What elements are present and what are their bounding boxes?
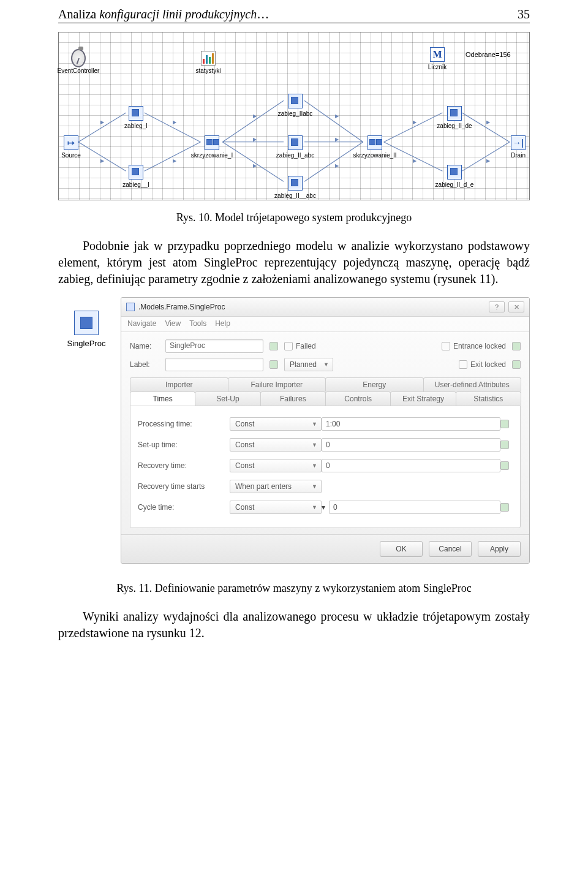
svg-line-0 — [78, 113, 126, 142]
singleproc-atom: SingleProc — [58, 297, 115, 348]
svg-line-9 — [304, 142, 363, 182]
help-button[interactable]: ? — [489, 301, 505, 312]
proc-icon-large — [74, 311, 99, 335]
toggle-setup[interactable] — [500, 441, 509, 449]
combo-cycle[interactable]: Const▼ — [230, 501, 322, 514]
svg-line-4 — [222, 100, 284, 142]
combo-recovery-start[interactable]: When part enters▼ — [230, 480, 322, 493]
label-recovery: Recovery time: — [138, 461, 230, 470]
input-cycle[interactable]: 0 — [329, 501, 500, 514]
combo-processing[interactable]: Const▼ — [230, 417, 322, 431]
dialog-icon — [126, 303, 135, 311]
tab-energy[interactable]: Energy — [325, 377, 424, 392]
toggle-entrance[interactable] — [512, 342, 521, 350]
svg-line-7 — [304, 100, 363, 142]
svg-line-13 — [462, 142, 510, 172]
fig11: SingleProc .Models.Frame.SingleProc ? ✕ … — [58, 297, 530, 564]
toggle-exit[interactable] — [512, 360, 521, 369]
fig10-diagram: ▶ ▶ ▶ ▶ ▶ ▶ ▶ ▶ ▶ ▶ ▶ ▶ ▶ ▶ EventControl… — [58, 32, 530, 200]
tab-failures[interactable]: Failures — [260, 392, 326, 406]
svg-text:▶: ▶ — [173, 119, 177, 125]
tab-user-attributes[interactable]: User-defined Attributes — [423, 377, 522, 392]
dialog-menubar: Navigate View Tools Help — [121, 317, 529, 332]
svg-text:▶: ▶ — [253, 113, 257, 119]
input-setup[interactable]: 0 — [322, 438, 500, 452]
svg-line-1 — [78, 142, 126, 172]
tab-exit-strategy[interactable]: Exit Strategy — [390, 392, 456, 406]
svg-line-12 — [462, 113, 510, 142]
label-processing: Processing time: — [138, 420, 230, 428]
toggle-cycle[interactable] — [500, 503, 509, 512]
fig11-caption: Rys. 11. Definiowanie parametrów maszyny… — [58, 582, 530, 595]
toggle-processing[interactable] — [500, 420, 509, 428]
input-processing[interactable]: 1:00 — [322, 417, 500, 431]
ok-button[interactable]: OK — [380, 541, 423, 557]
menu-tools[interactable]: Tools — [189, 319, 206, 328]
input-name[interactable]: SingleProc — [165, 339, 263, 353]
diagram-wires: ▶ ▶ ▶ ▶ ▶ ▶ ▶ ▶ ▶ ▶ ▶ ▶ ▶ ▶ — [59, 32, 529, 200]
paragraph-2: Wyniki analizy wydajności dla analizowan… — [58, 608, 530, 641]
fig10-caption: Rys. 10. Model trójetapowego system prod… — [58, 211, 530, 224]
toggle-recovery[interactable] — [500, 461, 509, 470]
svg-text:▶: ▶ — [486, 158, 491, 164]
svg-line-3 — [145, 142, 201, 172]
tab-importer[interactable]: Importer — [130, 377, 228, 392]
svg-line-2 — [145, 113, 201, 142]
checkbox-exit[interactable] — [459, 360, 467, 369]
menu-help[interactable]: Help — [215, 319, 230, 328]
input-label[interactable] — [165, 358, 263, 371]
svg-text:▶: ▶ — [100, 119, 105, 125]
svg-text:▶: ▶ — [335, 137, 339, 142]
svg-line-11 — [384, 142, 443, 172]
page-number: 35 — [518, 7, 530, 21]
singleproc-dialog: .Models.Frame.SingleProc ? ✕ Navigate Vi… — [121, 297, 530, 564]
svg-text:▶: ▶ — [335, 163, 339, 168]
svg-text:▶: ▶ — [253, 163, 257, 168]
svg-text:▶: ▶ — [173, 158, 177, 164]
paragraph-1: Podobnie jak w przypadku poprzedniego mo… — [58, 238, 530, 287]
svg-line-10 — [384, 113, 443, 142]
svg-text:▶: ▶ — [413, 119, 417, 125]
label-cycle: Cycle time: — [138, 503, 230, 512]
svg-text:▶: ▶ — [335, 113, 339, 119]
running-title: Analiza konfiguracji linii produkcyjnych… — [58, 7, 269, 21]
dialog-titlebar: .Models.Frame.SingleProc ? ✕ — [121, 298, 529, 317]
svg-text:▶: ▶ — [486, 119, 491, 125]
input-recovery[interactable]: 0 — [322, 459, 500, 472]
label-recovery-start: Recovery time starts — [138, 482, 230, 491]
apply-button[interactable]: Apply — [478, 541, 521, 557]
toggle-label[interactable] — [270, 360, 278, 369]
tab-failure-importer[interactable]: Failure Importer — [228, 377, 326, 392]
close-button[interactable]: ✕ — [508, 301, 524, 312]
checkbox-failed[interactable] — [284, 342, 293, 350]
dialog-title-text: .Models.Frame.SingleProc — [138, 303, 225, 311]
label-label: Label: — [130, 360, 159, 369]
tab-pane-times: Processing time: Const▼ 1:00 Set-up time… — [130, 406, 521, 528]
tab-setup[interactable]: Set-Up — [195, 392, 260, 406]
menu-navigate[interactable]: Navigate — [127, 319, 156, 328]
combo-planned[interactable]: Planned▼ — [284, 358, 333, 371]
label-setup-time: Set-up time: — [138, 441, 230, 449]
stepper-icon[interactable]: ▾ — [322, 503, 325, 512]
tab-controls[interactable]: Controls — [325, 392, 391, 406]
combo-setup[interactable]: Const▼ — [230, 438, 322, 452]
tab-statistics[interactable]: Statistics — [456, 392, 521, 406]
tab-times[interactable]: Times — [130, 392, 195, 406]
svg-text:▶: ▶ — [100, 158, 105, 164]
label-odebrane: Odebrane=156 — [466, 51, 511, 58]
checkbox-entrance[interactable] — [442, 342, 450, 350]
cancel-button[interactable]: Cancel — [429, 541, 472, 557]
label-entrance: Entrance locked — [453, 342, 506, 350]
running-head: Analiza konfiguracji linii produkcyjnych… — [58, 6, 530, 23]
menu-view[interactable]: View — [165, 319, 181, 328]
label-name: Name: — [130, 342, 159, 350]
singleproc-caption: SingleProc — [67, 339, 106, 348]
svg-text:▶: ▶ — [413, 158, 417, 164]
label-failed: Failed — [296, 342, 316, 350]
toggle-name[interactable] — [270, 342, 278, 350]
svg-text:▶: ▶ — [253, 137, 257, 142]
svg-line-6 — [222, 142, 284, 182]
label-exit: Exit locked — [470, 360, 506, 369]
combo-recovery[interactable]: Const▼ — [230, 459, 322, 472]
